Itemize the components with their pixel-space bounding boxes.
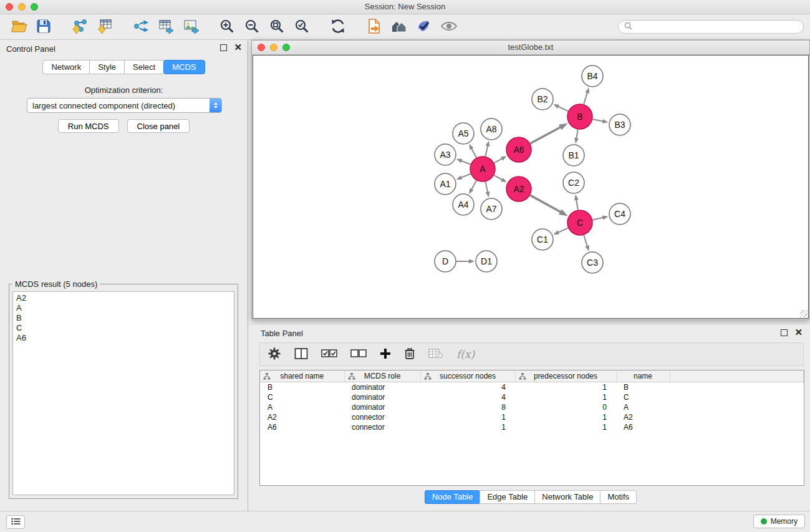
zoom-fit-button[interactable] [266,16,288,37]
edge[interactable] [530,195,561,212]
table-cell[interactable]: 4 [420,382,515,393]
show-table-panel-button[interactable] [6,515,25,529]
table-cell[interactable]: 1 [515,382,616,393]
tab-style[interactable]: Style [89,60,125,74]
table-cell[interactable]: 4 [420,392,515,402]
edge[interactable] [576,199,578,210]
table-cell[interactable]: A2 [260,412,344,422]
column-header-shared-name[interactable]: shared name [260,370,344,382]
column-header-name[interactable]: name [616,370,670,382]
network-close-button[interactable] [258,44,265,51]
criterion-dropdown[interactable]: largest connected component (directed) [27,98,222,113]
mcds-result-list[interactable]: A2ABCA6 [12,291,234,495]
edge[interactable] [494,175,503,180]
minimize-window-button[interactable] [18,3,26,11]
export-network-button[interactable] [130,16,152,37]
node[interactable]: A8 [481,118,502,140]
close-panel-icon[interactable]: ✕ [234,44,242,51]
node[interactable]: B3 [609,114,630,135]
network-canvas[interactable]: B4B2BB3A5A8A6B1A3AC2A1A2A4A7C4CC1C3DD1 [253,55,809,319]
tab-network-table[interactable]: Network Table [534,490,600,504]
edge[interactable] [557,228,568,233]
column-header-mcds-role[interactable]: MCDS role [344,370,420,382]
table-cell[interactable]: A6 [616,422,670,432]
table-row[interactable]: Cdominator41C [260,392,804,402]
tab-edge-table[interactable]: Edge Table [480,490,535,504]
table-cell[interactable]: dominator [344,392,420,402]
mcds-node[interactable]: A6 [506,137,531,162]
table-cell[interactable]: 1 [515,422,616,432]
column-header-successor-nodes[interactable]: successor nodes [420,370,515,382]
export-image-button[interactable] [180,16,202,37]
open-session-button[interactable] [7,16,30,37]
close-table-panel-icon[interactable]: ✕ [794,329,803,336]
resize-grip[interactable] [800,310,808,317]
show-columns-button[interactable] [294,347,308,362]
table-cell[interactable]: C [616,392,670,402]
node[interactable]: A3 [435,144,456,165]
node[interactable]: D1 [476,251,497,272]
node[interactable]: A7 [481,198,502,220]
column-header-predecessor-nodes[interactable]: predecessor nodes [515,370,616,382]
zoom-window-button[interactable] [31,3,38,11]
edge[interactable] [584,92,587,104]
tab-network[interactable]: Network [42,60,90,74]
node[interactable]: C4 [609,203,630,225]
delete-column-button[interactable] [404,347,415,362]
network-zoom-button[interactable] [282,44,290,51]
float-panel-icon[interactable] [220,44,227,51]
style-check-button[interactable] [413,16,435,37]
zoom-selected-button[interactable] [291,16,313,37]
open-document-button[interactable] [363,16,385,37]
home-button[interactable] [388,16,410,37]
edge[interactable] [485,145,488,156]
edge[interactable] [557,106,568,111]
mcds-node[interactable]: B [567,104,592,129]
edge[interactable] [460,160,470,164]
zoom-in-button[interactable] [216,16,238,37]
mcds-node[interactable]: A2 [506,177,531,201]
table-row[interactable]: A6connector11A6 [260,422,804,432]
refresh-button[interactable] [327,16,349,37]
table-row[interactable]: Adominator80A [260,402,804,412]
delete-table-button[interactable] [428,348,443,361]
tab-motifs[interactable]: Motifs [600,490,637,504]
mcds-result-item[interactable]: A6 [16,333,231,343]
close-panel-button[interactable]: Close panel [127,119,190,133]
search-input[interactable] [635,22,798,32]
table-row[interactable]: Bdominator41B [260,382,804,393]
table-cell[interactable]: connector [344,412,420,422]
tab-mcds[interactable]: MCDS [163,60,205,74]
table-cell[interactable]: A2 [616,412,670,422]
edge[interactable] [593,218,604,220]
table-row[interactable]: A2connector11A2 [260,412,804,422]
mcds-result-item[interactable]: A2 [16,293,231,303]
add-column-button[interactable] [380,348,391,361]
select-all-columns-button[interactable] [321,349,337,360]
table-cell[interactable]: dominator [344,402,420,412]
node[interactable]: C3 [582,252,603,273]
table-cell[interactable]: A [260,402,344,412]
table-cell[interactable]: connector [344,422,420,432]
run-mcds-button[interactable]: Run MCDS [58,119,119,133]
node[interactable]: C2 [563,172,584,193]
table-cell[interactable]: B [260,382,344,393]
table-options-button[interactable] [268,347,281,362]
edge[interactable] [460,174,470,178]
table-cell[interactable]: 8 [420,402,515,412]
node[interactable]: B1 [563,145,584,166]
edge[interactable] [494,158,503,163]
table-cell[interactable]: 1 [420,422,515,432]
node[interactable]: B4 [582,65,603,87]
edge[interactable] [530,127,561,143]
export-table-button[interactable] [155,16,177,37]
table-cell[interactable]: 1 [515,392,616,402]
function-builder-button[interactable]: f(x) [456,348,475,360]
network-window-titlebar[interactable]: testGlobe.txt [252,41,809,55]
tab-node-table[interactable]: Node Table [425,490,481,504]
edge[interactable] [471,180,476,190]
edge[interactable] [584,235,587,247]
network-minimize-button[interactable] [270,44,277,51]
import-network-button[interactable] [69,16,91,37]
mcds-result-item[interactable]: C [16,323,231,333]
